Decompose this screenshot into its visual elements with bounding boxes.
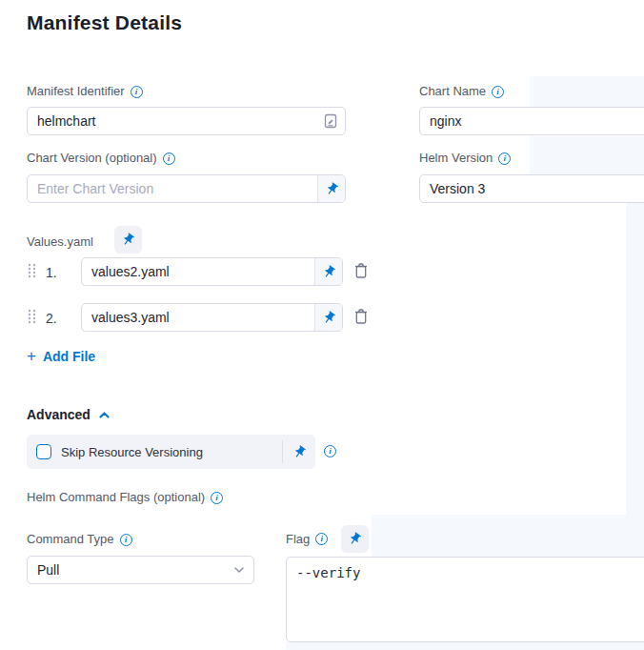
edit-id-icon[interactable]: [324, 113, 337, 132]
info-icon[interactable]: i: [131, 86, 143, 98]
flag-textarea[interactable]: [286, 557, 644, 642]
values-yaml-label: Values.yaml: [27, 234, 93, 250]
chart-version-label: Chart Version (optional) i: [27, 151, 175, 166]
manifest-identifier-label: Manifest Identifier i: [27, 84, 143, 99]
background-tint: [372, 515, 644, 557]
plus-icon: +: [27, 350, 36, 363]
chart-version-input[interactable]: [28, 175, 317, 202]
drag-handle-icon[interactable]: [28, 263, 36, 278]
add-file-button[interactable]: + Add File: [27, 349, 95, 364]
values-file-row: [81, 303, 343, 332]
info-icon[interactable]: i: [498, 152, 511, 165]
delete-file-button[interactable]: [353, 262, 369, 279]
values-row-index: 2.: [46, 311, 57, 326]
info-icon[interactable]: i: [211, 492, 223, 504]
command-type-select[interactable]: Pull: [27, 556, 254, 584]
values-yaml-pin-button[interactable]: [114, 226, 142, 254]
skip-resource-versioning-checkbox[interactable]: [36, 444, 51, 459]
info-icon[interactable]: i: [492, 86, 504, 98]
background-tint: [530, 136, 644, 175]
background-tint: [286, 642, 644, 650]
delete-file-button[interactable]: [353, 308, 369, 325]
values-row-index: 1.: [46, 265, 57, 280]
background-tint: [626, 175, 644, 515]
helm-version-label: Helm Version i: [419, 151, 511, 166]
chart-name-label: Chart Name i: [419, 84, 504, 99]
runtime-input-pin-icon[interactable]: [317, 175, 345, 202]
trash-icon: [353, 308, 369, 325]
chevron-up-icon: [99, 412, 110, 418]
chevron-down-icon: [234, 567, 244, 573]
helm-version-select[interactable]: Version 3: [419, 174, 644, 203]
values-file-row: [81, 257, 343, 286]
skip-resource-versioning-label: Skip Resource Versioning: [61, 445, 282, 459]
flag-pin-button[interactable]: [341, 525, 369, 553]
skip-resource-versioning-row: Skip Resource Versioning: [27, 435, 315, 469]
values-file-input[interactable]: [82, 304, 314, 331]
info-icon[interactable]: i: [315, 533, 328, 545]
chart-name-input[interactable]: [419, 107, 644, 135]
page-title: Manifest Details: [27, 11, 182, 34]
info-icon[interactable]: i: [120, 534, 132, 546]
helm-command-flags-label: Helm Command Flags (optional) i: [27, 490, 223, 505]
command-type-label: Command Type i: [27, 532, 132, 547]
background-tint: [530, 76, 644, 108]
flag-label: Flag i: [286, 532, 328, 547]
runtime-input-pin-icon[interactable]: [283, 435, 315, 469]
trash-icon: [353, 262, 369, 279]
advanced-section-toggle[interactable]: Advanced: [27, 407, 110, 422]
runtime-input-pin-icon[interactable]: [314, 258, 342, 285]
drag-handle-icon[interactable]: [28, 309, 36, 324]
info-icon[interactable]: i: [324, 445, 336, 457]
info-icon[interactable]: i: [163, 152, 175, 165]
values-file-input[interactable]: [82, 258, 314, 285]
manifest-identifier-input[interactable]: [27, 107, 346, 135]
runtime-input-pin-icon[interactable]: [314, 304, 342, 331]
